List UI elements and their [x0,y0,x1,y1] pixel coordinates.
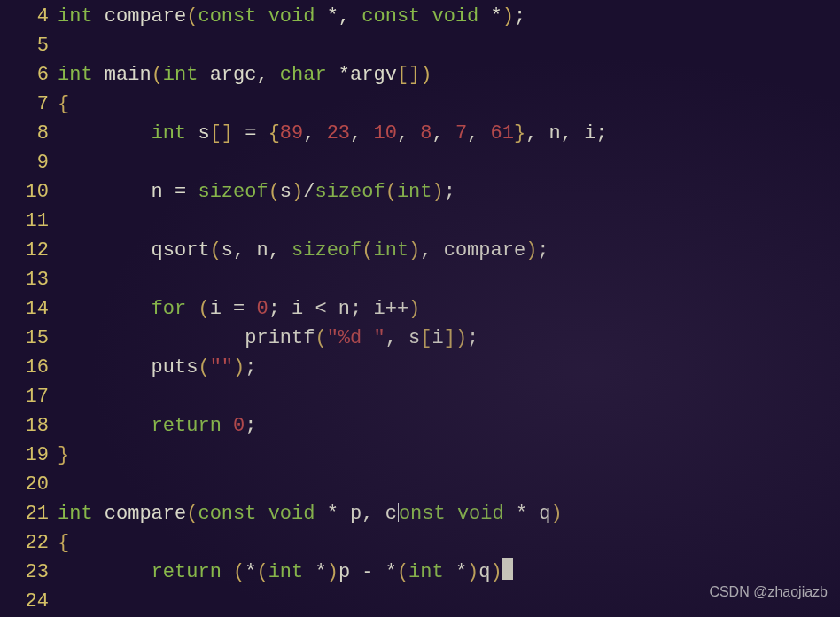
token-paren: ) [432,181,444,203]
token-paren: ) [420,64,432,86]
code-line[interactable] [58,382,840,411]
code-line[interactable]: n = sizeof(s)/sizeof(int); [58,177,840,207]
token-kw: int [58,64,93,86]
token-pale: s [280,181,292,203]
line-number: 17 [0,382,49,411]
token-kw: int [58,503,93,525]
line-number: 23 [0,558,49,587]
token-pale: ; [467,327,478,349]
token-paren: ( [256,561,268,583]
line-number: 22 [0,528,49,558]
token-paren: [] [210,122,233,144]
token-paren: ) [502,5,514,27]
token-kw: const void [362,5,478,27]
token-pale [58,561,152,583]
code-line[interactable]: qsort(s, n, sizeof(int), compare); [58,236,840,265]
token-kw: int [152,122,187,144]
code-line[interactable]: return 0; [58,411,840,441]
line-number: 12 [0,236,49,265]
line-number: 11 [0,207,49,236]
token-num: 7 [455,122,467,144]
token-num: 89 [280,122,303,144]
token-pale: , [467,122,490,144]
token-paren: ( [315,327,326,349]
token-paren: ( [397,561,408,583]
token-paren: ( [186,5,198,27]
code-line[interactable]: int s[] = {89, 23, 10, 8, 7, 61}, n, i; [58,119,840,148]
code-line[interactable]: printf("%d ", s[i]); [58,324,840,353]
token-kw: int [408,561,444,583]
code-line[interactable] [58,265,840,294]
token-pale: * [444,561,467,583]
token-pale [222,561,233,583]
token-pale: * [478,5,502,27]
code-line[interactable]: for (i = 0; i < n; i++) [58,294,840,324]
token-pale [186,298,198,320]
code-line[interactable] [58,207,840,236]
token-pale: * p, c [315,503,396,525]
token-pale: * q [504,503,551,525]
token-paren: { [58,93,69,115]
code-line[interactable]: { [58,528,840,558]
token-paren: { [58,532,69,554]
token-num: 10 [373,122,396,144]
code-line[interactable] [58,31,840,60]
code-line[interactable]: int compare(const void * p, const void *… [58,499,840,528]
line-number: 20 [0,470,49,499]
token-paren: ( [385,181,397,203]
token-paren: ) [467,561,478,583]
token-kw: const void [198,5,315,27]
token-pale: = [233,122,268,144]
token-kw: int [268,561,304,583]
token-paren: ) [292,181,303,203]
token-pale: p - * [338,561,397,583]
cursor-block [502,558,513,580]
token-paren: [ [420,327,432,349]
token-pale: compare [93,503,187,525]
code-line[interactable]: int main(int argc, char *argv[]) [58,60,840,90]
token-pale [58,415,152,437]
token-paren: ) [525,239,537,262]
line-number: 18 [0,411,49,441]
line-number: 6 [0,60,49,90]
line-number: 7 [0,90,49,119]
token-kw: return [152,415,222,437]
line-number: 9 [0,148,49,177]
token-pale: main [93,64,152,86]
code-editor[interactable]: 456789101112131415161718192021222324 int… [0,0,840,616]
token-pale [58,298,152,320]
token-paren: ) [551,503,563,525]
token-pale: argc, [198,64,279,86]
token-paren: ) [233,356,245,379]
line-number: 13 [0,265,49,294]
token-kw: return [152,561,222,583]
token-pale: ; [245,356,256,379]
token-pale: , [432,122,455,144]
code-line[interactable]: int compare(const void *, const void *); [58,2,840,31]
code-line[interactable]: { [58,90,840,119]
code-line[interactable] [58,470,840,499]
token-pale: ; [444,181,455,203]
token-pale: , [303,122,326,144]
code-line[interactable]: puts(""); [58,353,840,382]
code-line[interactable] [58,148,840,177]
token-paren: ) [408,239,420,262]
token-pale: , s [385,327,421,349]
token-str: "%d " [327,327,385,349]
token-pale: n = [58,181,198,203]
code-content[interactable]: int compare(const void *, const void *);… [58,2,840,616]
line-number-gutter: 456789101112131415161718192021222324 [0,2,58,616]
token-paren: ( [268,181,280,203]
token-kw: int [58,5,93,27]
token-kw: int [163,64,198,86]
token-num: 8 [420,122,432,144]
token-pale: , n, i; [525,122,607,144]
token-kw: int [373,239,408,262]
code-line[interactable]: } [58,441,840,470]
token-pale: printf [58,327,315,349]
token-pale: *, [315,5,362,27]
token-paren: [] [397,64,420,86]
token-pale: compare [93,5,187,27]
token-str: "" [210,356,233,379]
line-number: 16 [0,353,49,382]
